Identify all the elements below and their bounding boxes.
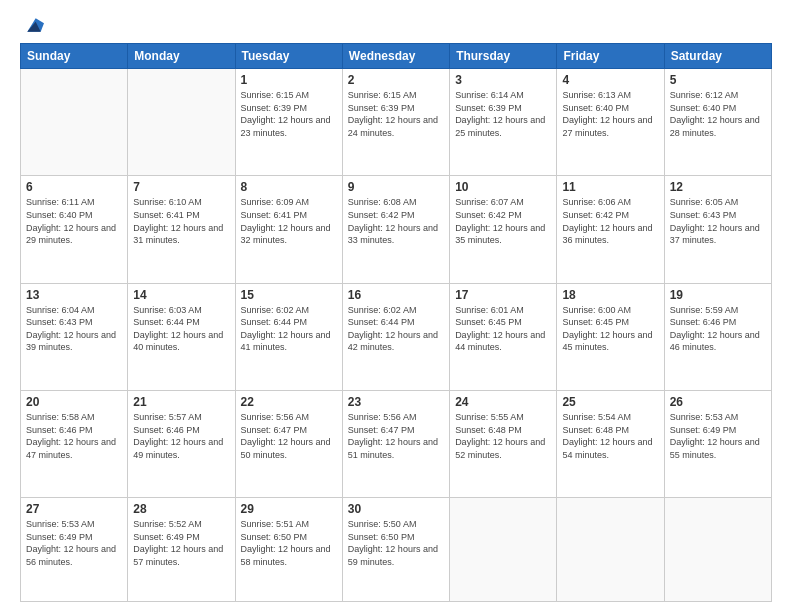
day-info: Sunrise: 6:00 AMSunset: 6:45 PMDaylight:…: [562, 304, 658, 354]
day-info: Sunrise: 5:51 AMSunset: 6:50 PMDaylight:…: [241, 518, 337, 568]
day-number: 5: [670, 73, 766, 87]
day-header-friday: Friday: [557, 44, 664, 69]
day-number: 11: [562, 180, 658, 194]
header: [20, 15, 772, 35]
day-info: Sunrise: 5:57 AMSunset: 6:46 PMDaylight:…: [133, 411, 229, 461]
calendar-cell: 9Sunrise: 6:08 AMSunset: 6:42 PMDaylight…: [342, 176, 449, 283]
calendar-cell: 16Sunrise: 6:02 AMSunset: 6:44 PMDayligh…: [342, 283, 449, 390]
day-info: Sunrise: 6:01 AMSunset: 6:45 PMDaylight:…: [455, 304, 551, 354]
day-info: Sunrise: 5:53 AMSunset: 6:49 PMDaylight:…: [670, 411, 766, 461]
logo: [20, 15, 44, 35]
calendar-cell: 6Sunrise: 6:11 AMSunset: 6:40 PMDaylight…: [21, 176, 128, 283]
day-info: Sunrise: 6:15 AMSunset: 6:39 PMDaylight:…: [348, 89, 444, 139]
day-number: 26: [670, 395, 766, 409]
calendar-week-3: 13Sunrise: 6:04 AMSunset: 6:43 PMDayligh…: [21, 283, 772, 390]
day-info: Sunrise: 6:08 AMSunset: 6:42 PMDaylight:…: [348, 196, 444, 246]
calendar-cell: 25Sunrise: 5:54 AMSunset: 6:48 PMDayligh…: [557, 390, 664, 497]
calendar-week-4: 20Sunrise: 5:58 AMSunset: 6:46 PMDayligh…: [21, 390, 772, 497]
calendar-cell: 14Sunrise: 6:03 AMSunset: 6:44 PMDayligh…: [128, 283, 235, 390]
calendar-cell: 5Sunrise: 6:12 AMSunset: 6:40 PMDaylight…: [664, 69, 771, 176]
calendar-cell: 19Sunrise: 5:59 AMSunset: 6:46 PMDayligh…: [664, 283, 771, 390]
calendar-header-row: SundayMondayTuesdayWednesdayThursdayFrid…: [21, 44, 772, 69]
day-info: Sunrise: 6:03 AMSunset: 6:44 PMDaylight:…: [133, 304, 229, 354]
calendar-week-5: 27Sunrise: 5:53 AMSunset: 6:49 PMDayligh…: [21, 498, 772, 602]
day-number: 3: [455, 73, 551, 87]
day-info: Sunrise: 6:05 AMSunset: 6:43 PMDaylight:…: [670, 196, 766, 246]
day-info: Sunrise: 6:10 AMSunset: 6:41 PMDaylight:…: [133, 196, 229, 246]
logo-icon: [24, 15, 44, 35]
day-info: Sunrise: 5:56 AMSunset: 6:47 PMDaylight:…: [241, 411, 337, 461]
day-number: 9: [348, 180, 444, 194]
day-info: Sunrise: 5:54 AMSunset: 6:48 PMDaylight:…: [562, 411, 658, 461]
calendar-cell: 22Sunrise: 5:56 AMSunset: 6:47 PMDayligh…: [235, 390, 342, 497]
day-info: Sunrise: 6:06 AMSunset: 6:42 PMDaylight:…: [562, 196, 658, 246]
day-header-monday: Monday: [128, 44, 235, 69]
day-number: 8: [241, 180, 337, 194]
day-number: 23: [348, 395, 444, 409]
day-info: Sunrise: 6:11 AMSunset: 6:40 PMDaylight:…: [26, 196, 122, 246]
calendar-cell: 4Sunrise: 6:13 AMSunset: 6:40 PMDaylight…: [557, 69, 664, 176]
day-info: Sunrise: 6:02 AMSunset: 6:44 PMDaylight:…: [241, 304, 337, 354]
day-header-wednesday: Wednesday: [342, 44, 449, 69]
day-number: 1: [241, 73, 337, 87]
day-header-saturday: Saturday: [664, 44, 771, 69]
calendar-cell: [450, 498, 557, 602]
day-number: 19: [670, 288, 766, 302]
day-number: 22: [241, 395, 337, 409]
day-number: 12: [670, 180, 766, 194]
day-info: Sunrise: 6:07 AMSunset: 6:42 PMDaylight:…: [455, 196, 551, 246]
day-number: 24: [455, 395, 551, 409]
calendar-cell: 28Sunrise: 5:52 AMSunset: 6:49 PMDayligh…: [128, 498, 235, 602]
calendar-cell: [21, 69, 128, 176]
day-number: 14: [133, 288, 229, 302]
calendar-cell: 21Sunrise: 5:57 AMSunset: 6:46 PMDayligh…: [128, 390, 235, 497]
day-number: 4: [562, 73, 658, 87]
calendar-cell: 30Sunrise: 5:50 AMSunset: 6:50 PMDayligh…: [342, 498, 449, 602]
day-number: 15: [241, 288, 337, 302]
calendar-cell: 15Sunrise: 6:02 AMSunset: 6:44 PMDayligh…: [235, 283, 342, 390]
day-info: Sunrise: 5:58 AMSunset: 6:46 PMDaylight:…: [26, 411, 122, 461]
day-info: Sunrise: 6:15 AMSunset: 6:39 PMDaylight:…: [241, 89, 337, 139]
calendar-cell: 1Sunrise: 6:15 AMSunset: 6:39 PMDaylight…: [235, 69, 342, 176]
calendar-cell: 18Sunrise: 6:00 AMSunset: 6:45 PMDayligh…: [557, 283, 664, 390]
day-number: 25: [562, 395, 658, 409]
day-number: 18: [562, 288, 658, 302]
calendar-week-2: 6Sunrise: 6:11 AMSunset: 6:40 PMDaylight…: [21, 176, 772, 283]
day-header-thursday: Thursday: [450, 44, 557, 69]
page: SundayMondayTuesdayWednesdayThursdayFrid…: [0, 0, 792, 612]
calendar-table: SundayMondayTuesdayWednesdayThursdayFrid…: [20, 43, 772, 602]
calendar-cell: 27Sunrise: 5:53 AMSunset: 6:49 PMDayligh…: [21, 498, 128, 602]
day-header-sunday: Sunday: [21, 44, 128, 69]
day-number: 28: [133, 502, 229, 516]
calendar-week-1: 1Sunrise: 6:15 AMSunset: 6:39 PMDaylight…: [21, 69, 772, 176]
day-number: 27: [26, 502, 122, 516]
day-number: 10: [455, 180, 551, 194]
calendar-cell: 7Sunrise: 6:10 AMSunset: 6:41 PMDaylight…: [128, 176, 235, 283]
day-number: 2: [348, 73, 444, 87]
day-number: 7: [133, 180, 229, 194]
calendar-cell: [128, 69, 235, 176]
calendar-cell: 13Sunrise: 6:04 AMSunset: 6:43 PMDayligh…: [21, 283, 128, 390]
day-info: Sunrise: 6:09 AMSunset: 6:41 PMDaylight:…: [241, 196, 337, 246]
day-number: 21: [133, 395, 229, 409]
day-number: 29: [241, 502, 337, 516]
day-info: Sunrise: 6:13 AMSunset: 6:40 PMDaylight:…: [562, 89, 658, 139]
day-info: Sunrise: 5:55 AMSunset: 6:48 PMDaylight:…: [455, 411, 551, 461]
day-number: 17: [455, 288, 551, 302]
day-number: 6: [26, 180, 122, 194]
day-number: 16: [348, 288, 444, 302]
calendar-cell: 24Sunrise: 5:55 AMSunset: 6:48 PMDayligh…: [450, 390, 557, 497]
day-info: Sunrise: 5:53 AMSunset: 6:49 PMDaylight:…: [26, 518, 122, 568]
calendar-cell: 3Sunrise: 6:14 AMSunset: 6:39 PMDaylight…: [450, 69, 557, 176]
calendar-cell: 12Sunrise: 6:05 AMSunset: 6:43 PMDayligh…: [664, 176, 771, 283]
day-info: Sunrise: 5:52 AMSunset: 6:49 PMDaylight:…: [133, 518, 229, 568]
day-info: Sunrise: 6:12 AMSunset: 6:40 PMDaylight:…: [670, 89, 766, 139]
day-info: Sunrise: 5:56 AMSunset: 6:47 PMDaylight:…: [348, 411, 444, 461]
day-info: Sunrise: 5:59 AMSunset: 6:46 PMDaylight:…: [670, 304, 766, 354]
day-info: Sunrise: 6:04 AMSunset: 6:43 PMDaylight:…: [26, 304, 122, 354]
day-info: Sunrise: 6:14 AMSunset: 6:39 PMDaylight:…: [455, 89, 551, 139]
calendar-cell: 23Sunrise: 5:56 AMSunset: 6:47 PMDayligh…: [342, 390, 449, 497]
calendar-cell: 17Sunrise: 6:01 AMSunset: 6:45 PMDayligh…: [450, 283, 557, 390]
calendar-cell: 29Sunrise: 5:51 AMSunset: 6:50 PMDayligh…: [235, 498, 342, 602]
calendar-cell: 10Sunrise: 6:07 AMSunset: 6:42 PMDayligh…: [450, 176, 557, 283]
